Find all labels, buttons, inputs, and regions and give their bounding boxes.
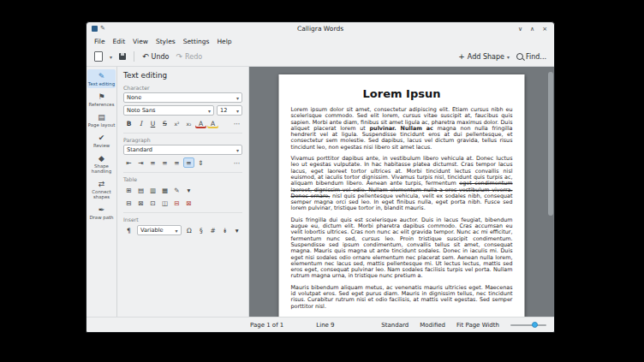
titlebar[interactable]: ✎ Calligra Words ∨∧× (86, 22, 554, 35)
close-button[interactable]: × (542, 26, 547, 33)
variable-select[interactable]: Variable▾ (137, 225, 182, 235)
insert-options-chevron[interactable]: ▾ (231, 225, 242, 235)
text-editing-label: Text editing (87, 81, 116, 86)
chevron-down-icon: ▾ (236, 95, 239, 101)
delete-row-button[interactable]: ⊟ (171, 198, 182, 208)
undo-icon: ↶ (142, 52, 149, 61)
add-shape-icon: + (458, 52, 465, 61)
table-options-chevron[interactable]: ▾ (183, 185, 194, 195)
superscript-button[interactable]: x² (171, 118, 182, 128)
font-size-select[interactable]: 12 ▾ (217, 105, 242, 116)
undo-button[interactable]: ↶ Undo (140, 50, 171, 63)
delete-column-button[interactable]: ⊠ (183, 198, 194, 208)
zoom-mode-button[interactable]: Fit Page Width (456, 322, 499, 329)
find-button[interactable]: Find... (514, 50, 549, 63)
menu-edit[interactable]: Edit (110, 37, 129, 46)
menu-settings[interactable]: Settings (180, 37, 213, 46)
split-cells-button[interactable]: ⊠ (135, 198, 146, 208)
redo-label: Redo (185, 53, 202, 61)
minimize-button[interactable]: ∨ (518, 26, 522, 33)
document-canvas[interactable]: Lorem Ipsun Lorem ipsum dolor sit amet, … (249, 67, 554, 317)
dock-tab-references[interactable]: ⚑References (87, 90, 116, 109)
find-label: Find... (526, 53, 546, 61)
insert-section-button[interactable]: § (195, 225, 206, 235)
page-layout-label: Page layout (87, 122, 116, 128)
insert-paragraph-button[interactable]: ¶ (123, 225, 134, 235)
menu-help[interactable]: Help (213, 37, 235, 46)
divider (123, 212, 242, 213)
line-spacing-button[interactable]: ⇕ (195, 157, 206, 168)
zoom-slider[interactable] (510, 324, 546, 326)
zoom-slider-handle[interactable] (532, 322, 538, 328)
insert-row-button[interactable]: ▤ (135, 185, 146, 195)
merge-cells-button[interactable]: ⊟ (123, 198, 134, 208)
add-shape-button[interactable]: + Add Shape ▾ (456, 50, 512, 63)
references-icon: ⚑ (87, 92, 116, 101)
draw-path-icon: ✒ (87, 205, 116, 214)
more-paragraph-options-button[interactable]: ⋯ (231, 157, 242, 168)
paragraph-style-select[interactable]: Standard ▾ (123, 145, 242, 155)
save-button[interactable] (116, 50, 128, 63)
chevron-down-icon: ▾ (208, 108, 211, 114)
review-icon: ✔ (87, 134, 116, 142)
menu-file[interactable]: File (91, 37, 109, 46)
review-label: Review (87, 143, 116, 148)
paragraph-section-label: Paragraph (123, 137, 242, 143)
draw-path-label: Draw path (87, 215, 116, 220)
shape-handling-label: Shape handling (87, 163, 116, 174)
new-document-button[interactable] (92, 50, 105, 63)
dock-tab-draw-path[interactable]: ✒Draw path (87, 203, 116, 222)
highlight-color-button[interactable]: A (207, 118, 218, 128)
dock-tab-shape-handling[interactable]: ◆Shape handling (87, 151, 116, 175)
save-icon (119, 53, 126, 60)
character-style-select[interactable]: None ▾ (123, 92, 242, 103)
align-center-button[interactable]: ≡ (159, 157, 170, 168)
menu-styles[interactable]: Styles (152, 37, 179, 46)
insert-table-button[interactable]: ⊞ (123, 185, 134, 195)
align-left-button[interactable]: ≡ (147, 157, 158, 168)
font-family-select[interactable]: Noto Sans ▾ (123, 105, 214, 116)
insert-number-button[interactable]: # (207, 225, 218, 235)
insert-page-break-button[interactable]: ↡ (219, 225, 230, 235)
underline-button[interactable]: U (147, 118, 158, 128)
tool-dock: ✎Text editing⚑References▤Page layout✔Rev… (86, 67, 117, 317)
dock-tab-review[interactable]: ✔Review (87, 131, 116, 150)
vertical-scrollbar[interactable] (548, 68, 553, 315)
app-icon (92, 26, 98, 32)
align-justify-button[interactable]: ≡ (183, 157, 194, 168)
more-character-options-button[interactable]: ⋯ (231, 118, 242, 128)
font-color-button[interactable]: A (195, 118, 206, 128)
insert-column-button[interactable]: ▥ (147, 185, 158, 195)
font-size-value: 12 (220, 107, 227, 114)
row-column-button[interactable]: ◫ (159, 198, 170, 208)
strikethrough-button[interactable]: S (159, 118, 170, 128)
table-borders-button[interactable]: ▦ (159, 185, 170, 195)
indent-more-button[interactable]: ⇥ (135, 157, 146, 168)
character-style-value: None (127, 94, 141, 101)
new-document-dropdown[interactable]: ▾ (107, 50, 115, 63)
italic-button[interactable]: I (135, 118, 146, 128)
menu-view[interactable]: View (129, 37, 152, 46)
dock-tab-page-layout[interactable]: ▤Page layout (87, 110, 116, 129)
connect-shapes-icon: ⇄ (87, 180, 116, 188)
dock-tab-connect-shapes[interactable]: ⇄Connect shapes (87, 177, 116, 201)
references-label: References (87, 102, 116, 107)
cell-format-button[interactable]: ⊡ (147, 198, 158, 208)
dock-tab-text-editing[interactable]: ✎Text editing (87, 69, 116, 88)
indent-less-button[interactable]: ⇤ (123, 157, 134, 168)
subscript-button[interactable]: x₂ (183, 118, 194, 128)
page-indicator[interactable]: Page 1 of 1 (250, 322, 283, 329)
line-indicator[interactable]: Line 9 (316, 322, 334, 329)
bold-button[interactable]: B (123, 118, 134, 128)
scrollbar-thumb[interactable] (548, 72, 553, 216)
redo-button[interactable]: ↷ Redo (173, 50, 205, 63)
insert-special-character-button[interactable]: Ω (184, 225, 195, 235)
redo-icon: ↷ (176, 52, 182, 61)
align-right-button[interactable]: ≡ (171, 157, 182, 168)
maximize-button[interactable]: ∧ (530, 26, 534, 33)
calligra-words-window: ✎ Calligra Words ∨∧× FileEditViewStylesS… (86, 21, 555, 333)
table-style-edit-button[interactable]: ✎ (171, 185, 182, 195)
document-page[interactable]: Lorem Ipsun Lorem ipsum dolor sit amet, … (279, 74, 525, 317)
pin-icon[interactable]: ✎ (100, 26, 105, 32)
view-mode-button[interactable]: Standard (381, 322, 408, 329)
